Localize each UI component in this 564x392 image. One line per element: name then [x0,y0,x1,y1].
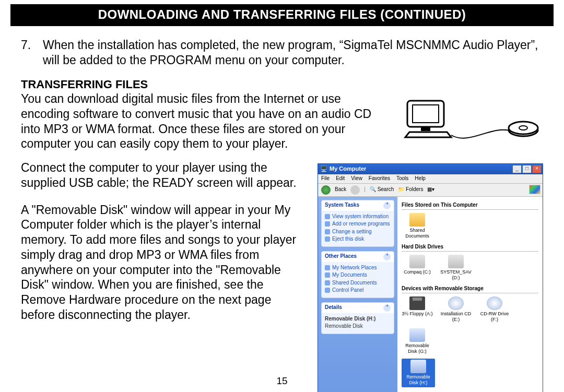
item-cd-e[interactable]: Installation CD (E:) [440,296,472,323]
system-tasks-panel: System Tasks˄ View system information Ad… [321,200,394,247]
page: DOWNLOADING AND TRANSFERRING FILES (CONT… [0,0,564,392]
place-control-panel[interactable]: Control Panel [325,287,391,294]
item-label: Compaq (C:) [402,269,433,275]
views-button[interactable]: ▦▾ [427,186,434,193]
page-number: 15 [276,375,287,387]
details-header[interactable]: Details [325,304,342,311]
hard-drive-icon [448,255,464,268]
close-button[interactable]: × [532,165,542,173]
page-title-bar: DOWNLOADING AND TRANSFERRING FILES (CONT… [10,4,554,26]
task-view-system-info[interactable]: View system information [325,213,391,221]
folders-button[interactable]: 📁 Folders [398,186,423,193]
floppy-icon [409,296,425,310]
svg-rect-1 [413,105,439,123]
group-files-stored: Files Stored on This Computer [402,202,538,210]
back-label: Back [335,186,346,193]
task-change-setting[interactable]: Change a setting [325,228,391,236]
item-label: CD-RW Drive (F:) [479,311,510,323]
row-top: You can download digital music files fro… [21,91,543,163]
folder-icon [409,213,425,227]
place-network[interactable]: My Network Places [325,264,391,272]
details-line-2: Removable Disk [325,323,391,330]
system-tasks-header[interactable]: System Tasks [325,202,359,209]
menu-edit[interactable]: Edit [336,175,345,182]
side-panel: System Tasks˄ View system information Ad… [318,197,397,393]
window-titlebar: 🖥️ My Computer _ □ × [318,164,543,174]
my-computer-icon: 🖥️ [320,165,327,173]
item-shared-documents[interactable]: Shared Documents [402,213,433,240]
item-label: SYSTEM_SAV (D:) [440,269,472,281]
group-removable: Devices with Removable Storage [402,286,538,294]
hard-drive-icon [409,255,425,268]
item-floppy-a[interactable]: 3½ Floppy (A:) [402,296,433,323]
computer-to-player-diagram [402,91,543,149]
cd-icon [448,296,464,310]
paragraph-intro: You can download digital music files fro… [21,91,393,151]
task-add-remove-programs[interactable]: Add or remove programs [325,220,391,228]
item-removable-h-selected[interactable]: Removable Disk (H:) [402,359,435,387]
task-eject-disk[interactable]: Eject this disk [325,235,391,243]
svg-rect-2 [421,127,430,131]
content-pane: Files Stored on This Computer Shared Doc… [397,197,543,393]
minimize-button[interactable]: _ [512,165,522,173]
place-shared-documents[interactable]: Shared Documents [325,279,391,287]
body-area: 7. When the installation has completed, … [10,26,554,392]
item-label: Shared Documents [402,228,433,240]
step-7: 7. When the installation has completed, … [21,38,543,68]
cd-icon [487,296,502,310]
item-removable-g[interactable]: Removable Disk (G:) [402,328,433,355]
subheading-transferring-files: TRANSFERRING FILES [21,77,543,92]
forward-button[interactable] [350,185,360,195]
window-body: System Tasks˄ View system information Ad… [318,197,543,393]
window-title: My Computer [330,165,366,173]
chevron-icon[interactable]: ˄ [383,253,391,260]
maximize-button[interactable]: □ [522,165,532,173]
place-my-documents[interactable]: My Documents [325,271,391,279]
paragraph-connect: Connect the computer to your player usin… [21,160,308,191]
other-places-panel: Other Places˄ My Network Places My Docum… [321,251,394,298]
item-label: Removable Disk (H:) [403,374,434,386]
windows-logo-icon [529,185,540,194]
menu-tools[interactable]: Tools [396,175,408,182]
my-computer-window: 🖥️ My Computer _ □ × File Edit View Favo… [318,163,543,392]
back-button[interactable] [321,185,331,195]
menu-view[interactable]: View [351,175,362,182]
paragraph-removable-disk: A "Removable Disk" window will appear in… [21,203,308,323]
toolbar: Back | 🔍 Search 📁 Folders ▦▾ [318,184,543,197]
menu-help[interactable]: Help [415,175,426,182]
item-label: Installation CD (E:) [440,311,472,323]
step-text: When the installation has completed, the… [43,38,543,68]
item-drive-d[interactable]: SYSTEM_SAV (D:) [440,255,472,281]
step-number: 7. [21,38,36,68]
item-label: Removable Disk (G:) [402,343,433,355]
menu-bar: File Edit View Favorites Tools Help [318,174,543,184]
item-label: 3½ Floppy (A:) [402,311,433,317]
removable-disk-icon [410,360,426,373]
search-button[interactable]: 🔍 Search [370,186,394,193]
details-panel: Details˄ Removable Disk (H:) Removable D… [321,302,394,334]
removable-disk-icon [409,328,425,342]
group-hard-disk: Hard Disk Drives [402,244,538,252]
item-drive-c[interactable]: Compaq (C:) [402,255,433,281]
menu-file[interactable]: File [321,175,330,182]
details-line-1: Removable Disk (H:) [325,315,391,323]
chevron-icon[interactable]: ˄ [383,304,391,312]
row-bottom: Connect the computer to your player usin… [21,165,543,392]
menu-favorites[interactable]: Favorites [369,175,390,182]
chevron-icon[interactable]: ˄ [383,202,391,209]
svg-point-4 [509,122,538,134]
other-places-header[interactable]: Other Places [325,253,357,260]
item-cdrw-f[interactable]: CD-RW Drive (F:) [479,296,510,323]
